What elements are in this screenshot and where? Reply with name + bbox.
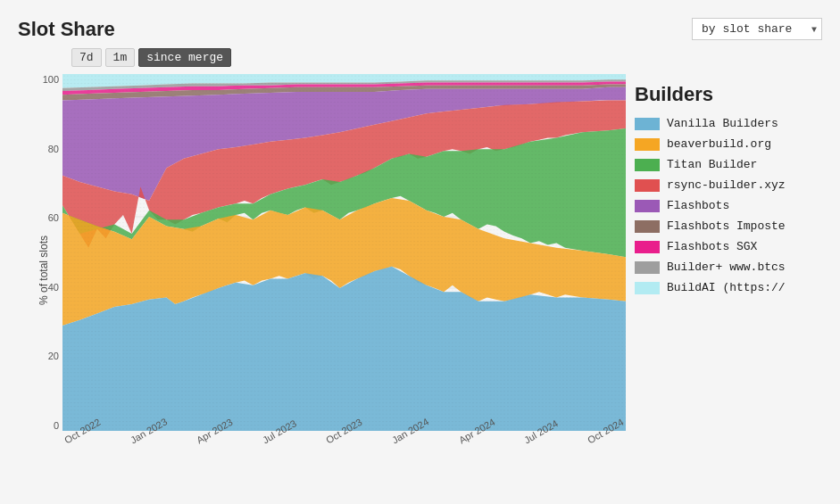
legend-color-beaver — [635, 138, 660, 151]
legend-color-flashbots-sgx — [635, 241, 660, 253]
legend-label-flashbots-imp: Flashbots Imposte — [667, 219, 786, 233]
chart-wrapper: % of total slots 100 80 60 40 20 0 — [18, 74, 626, 467]
legend-item-vanilla: Vanilla Builders — [635, 117, 831, 130]
legend-color-builderplus — [635, 261, 660, 274]
legend-item-titan: Titan Builder — [635, 158, 831, 171]
y-tick-40: 40 — [48, 282, 59, 293]
legend-item-flashbots-imp: Flashbots Imposte — [635, 219, 831, 233]
legend-label-buildai: BuildAI (https:// — [667, 281, 786, 294]
time-filter-buttons: 7d 1m since merge — [71, 48, 831, 67]
y-tick-80: 80 — [48, 144, 59, 154]
stacked-area-chart — [62, 74, 626, 431]
legend-color-titan — [635, 159, 660, 171]
x-axis-labels: Oct 2022 Jan 2023 Apr 2023 Jul 2023 Oct … — [62, 433, 626, 467]
legend-label-flashbots: Flashbots — [667, 199, 729, 212]
legend-item-flashbots: Flashbots — [635, 199, 831, 212]
legend-label-vanilla: Vanilla Builders — [667, 117, 778, 130]
time-btn-1m[interactable]: 1m — [105, 48, 136, 67]
svg-rect-15 — [62, 74, 626, 431]
sort-dropdown-wrapper: by slot share by block count by revenue — [692, 18, 822, 40]
main-container: Slot Share by slot share by block count … — [0, 0, 840, 504]
legend-color-rsync — [635, 179, 660, 192]
legend-item-buildai: BuildAI (https:// — [635, 281, 831, 294]
legend-color-flashbots — [635, 200, 660, 212]
time-btn-since-merge[interactable]: since merge — [138, 48, 231, 67]
time-btn-7d[interactable]: 7d — [71, 48, 102, 67]
legend-label-builderplus: Builder+ www.btcs — [667, 260, 786, 274]
legend: Builders Vanilla Builders beaverbuild.or… — [635, 74, 831, 467]
legend-label-flashbots-sgx: Flashbots SGX — [667, 240, 757, 253]
legend-item-builderplus: Builder+ www.btcs — [635, 260, 831, 274]
y-axis-ticks: 100 80 60 40 20 0 — [27, 74, 62, 431]
y-tick-20: 20 — [48, 351, 59, 361]
y-tick-0: 0 — [54, 420, 59, 431]
y-tick-60: 60 — [48, 212, 59, 223]
legend-color-buildai — [635, 282, 660, 294]
legend-label-beaver: beaverbuild.org — [667, 137, 771, 151]
legend-color-flashbots-imp — [635, 220, 660, 233]
sort-select[interactable]: by slot share by block count by revenue — [692, 18, 822, 40]
legend-item-rsync: rsync-builder.xyz — [635, 178, 831, 192]
y-tick-100: 100 — [43, 74, 59, 85]
legend-label-rsync: rsync-builder.xyz — [667, 178, 786, 192]
sort-dropdown[interactable]: by slot share by block count by revenue — [692, 18, 822, 40]
legend-item-beaver: beaverbuild.org — [635, 137, 831, 151]
legend-title: Builders — [635, 83, 831, 106]
chart-area: % of total slots 100 80 60 40 20 0 — [18, 74, 831, 467]
chart-svg — [62, 74, 626, 431]
legend-label-titan: Titan Builder — [667, 158, 757, 171]
legend-color-vanilla — [635, 118, 660, 130]
legend-item-flashbots-sgx: Flashbots SGX — [635, 240, 831, 253]
